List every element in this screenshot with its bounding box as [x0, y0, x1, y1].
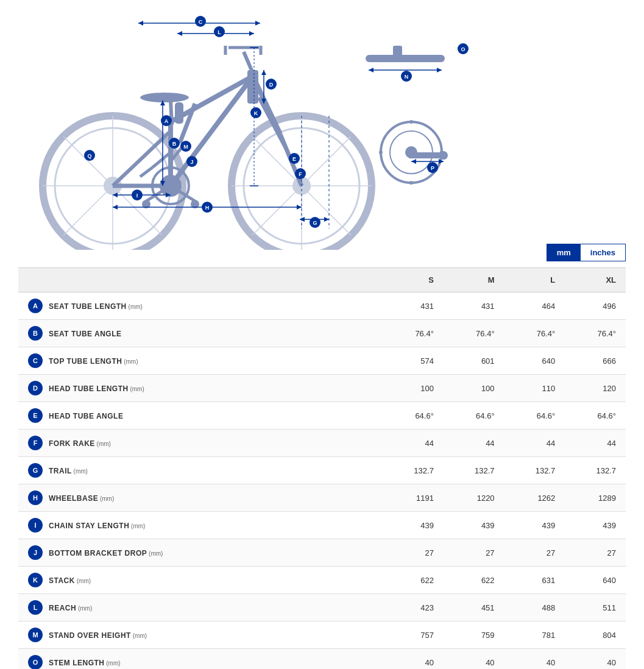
spec-label-cell: DHEAD TUBE LENGTH (mm) [18, 375, 383, 402]
spec-badge: H [28, 490, 43, 505]
spec-badge: G [28, 463, 43, 478]
svg-rect-104 [393, 46, 402, 59]
svg-text:P: P [431, 165, 434, 171]
header-l: L [504, 268, 565, 292]
svg-text:L: L [218, 29, 221, 35]
table-row: KSTACK (mm)622622631640 [18, 567, 626, 594]
spec-value-l: 1262 [504, 484, 565, 512]
spec-value-m: 601 [444, 347, 504, 375]
spec-label-cell: MSTAND OVER HEIGHT (mm) [18, 621, 383, 649]
spec-value-l: 40 [504, 649, 565, 670]
svg-point-118 [409, 181, 413, 185]
table-row: ASEAT TUBE LENGTH (mm)431431464496 [18, 292, 626, 320]
table-row: HWHEELBASE (mm)1191122012621289 [18, 484, 626, 512]
svg-text:G: G [313, 220, 317, 226]
spec-value-xl: 496 [565, 292, 626, 320]
spec-label-cell: BSEAT TUBE ANGLE [18, 320, 383, 347]
spec-value-m: 40 [444, 649, 504, 670]
spec-value-m: 451 [444, 594, 504, 621]
spec-value-m: 431 [444, 292, 504, 320]
spec-unit: (mm) [98, 495, 114, 502]
spec-label-cell: FFORK RAKE (mm) [18, 430, 383, 457]
svg-rect-103 [366, 55, 445, 62]
spec-unit: (mm) [129, 386, 144, 392]
table-row: DHEAD TUBE LENGTH (mm)100100110120 [18, 375, 626, 402]
spec-value-s: 40 [383, 649, 444, 670]
spec-unit: (mm) [76, 605, 92, 612]
spec-unit: (mm) [129, 523, 145, 529]
spec-value-xl: 1289 [565, 484, 626, 512]
spec-value-s: 423 [383, 594, 444, 621]
svg-line-12 [63, 186, 113, 235]
svg-line-20 [252, 186, 302, 235]
spec-value-s: 100 [383, 375, 444, 402]
spec-value-xl: 40 [565, 649, 626, 670]
table-row: EHEAD TUBE ANGLE64.6°64.6°64.6°64.6° [18, 402, 626, 430]
spec-value-xl: 511 [565, 594, 626, 621]
table-row: GTRAIL (mm)132.7132.7132.7132.7 [18, 457, 626, 484]
svg-point-117 [409, 120, 413, 124]
svg-point-120 [440, 150, 444, 154]
table-row: ICHAIN STAY LENGTH (mm)439439439439 [18, 512, 626, 539]
specs-table: S M L XL ASEAT TUBE LENGTH (mm)431431464… [18, 267, 626, 669]
table-row: MSTAND OVER HEIGHT (mm)757759781804 [18, 621, 626, 649]
svg-line-10 [63, 136, 113, 186]
spec-badge: D [28, 381, 43, 395]
spec-value-xl: 76.4° [565, 320, 626, 347]
spec-value-xl: 439 [565, 512, 626, 539]
spec-badge: K [28, 573, 43, 587]
spec-value-xl: 640 [565, 567, 626, 594]
svg-marker-98 [324, 217, 329, 222]
spec-value-l: 488 [504, 594, 565, 621]
svg-marker-124 [411, 159, 416, 164]
svg-text:Q: Q [87, 153, 91, 159]
spec-value-l: 27 [504, 539, 565, 567]
svg-marker-88 [113, 205, 118, 210]
spec-name: HEAD TUBE LENGTH (mm) [49, 384, 144, 393]
spec-badge: E [28, 408, 43, 423]
table-row: FFORK RAKE (mm)44444444 [18, 430, 626, 457]
spec-value-s: 574 [383, 347, 444, 375]
header-m: M [444, 268, 504, 292]
spec-badge: J [28, 545, 43, 560]
spec-value-s: 431 [383, 292, 444, 320]
svg-marker-56 [249, 31, 254, 36]
spec-value-l: 631 [504, 567, 565, 594]
spec-name: FORK RAKE (mm) [49, 439, 111, 448]
svg-marker-89 [297, 205, 302, 210]
table-header-row: S M L XL [18, 268, 626, 292]
spec-value-xl: 44 [565, 430, 626, 457]
spec-value-xl: 132.7 [565, 457, 626, 484]
spec-unit: (mm) [127, 303, 143, 310]
spec-value-xl: 64.6° [565, 402, 626, 430]
spec-value-xl: 666 [565, 347, 626, 375]
svg-point-33 [140, 93, 189, 102]
page: C L D K A B [0, 0, 644, 669]
spec-value-l: 781 [504, 621, 565, 649]
spec-value-m: 439 [444, 512, 504, 539]
spec-value-m: 27 [444, 539, 504, 567]
spec-badge: A [28, 299, 43, 313]
spec-unit: (mm) [95, 441, 111, 447]
spec-label-cell: GTRAIL (mm) [18, 457, 383, 484]
spec-badge: O [28, 655, 43, 669]
spec-name: TRAIL (mm) [49, 466, 88, 475]
spec-name: REACH (mm) [49, 603, 92, 612]
spec-name: STAND OVER HEIGHT (mm) [49, 631, 147, 640]
spec-value-l: 439 [504, 512, 565, 539]
spec-value-m: 76.4° [444, 320, 504, 347]
spec-value-s: 132.7 [383, 457, 444, 484]
table-row: LREACH (mm)423451488511 [18, 594, 626, 621]
spec-label-cell: ASEAT TUBE LENGTH (mm) [18, 292, 383, 320]
svg-point-119 [379, 150, 383, 154]
spec-value-l: 76.4° [504, 320, 565, 347]
spec-label-cell: JBOTTOM BRACKET DROP (mm) [18, 539, 383, 567]
spec-value-l: 464 [504, 292, 565, 320]
bike-diagram-svg: C L D K A B [18, 12, 644, 250]
svg-marker-109 [437, 68, 442, 73]
spec-value-s: 1191 [383, 484, 444, 512]
spec-value-xl: 120 [565, 375, 626, 402]
svg-line-34 [244, 52, 253, 73]
table-row: JBOTTOM BRACKET DROP (mm)27272727 [18, 539, 626, 567]
svg-text:C: C [199, 19, 203, 25]
